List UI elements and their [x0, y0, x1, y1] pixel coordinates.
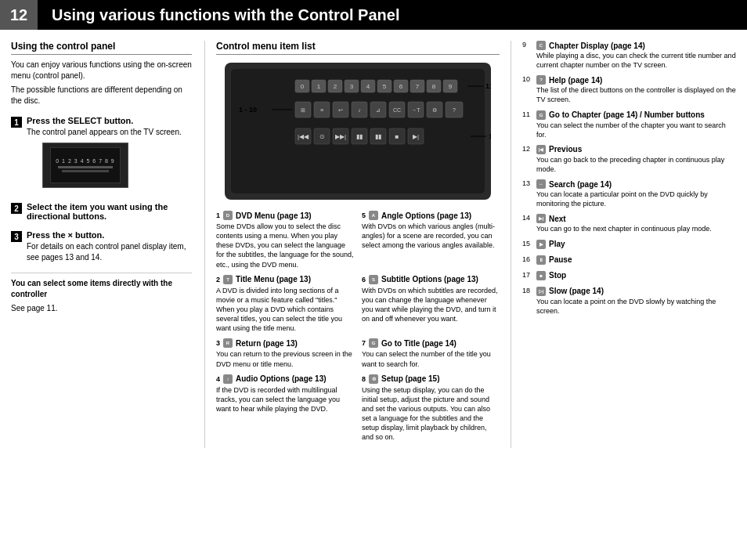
right-column: 9 C Chapter Display (page 14) While play…: [511, 41, 736, 448]
step-2-number: 2: [11, 203, 22, 214]
right-item-16: 16 ⏸ Pause: [522, 255, 736, 266]
right-content-17: ■ Stop: [536, 271, 566, 281]
item-3-num: 3: [216, 339, 220, 347]
right-desc-10: The list of the direct buttons on the co…: [536, 85, 736, 104]
step-3: 3 Press the × button. For details on eac…: [11, 230, 192, 265]
item-4-num: 4: [216, 375, 220, 383]
right-num-16: 16: [522, 255, 533, 263]
item-1-desc: Some DVDs allow you to select the disc c…: [216, 222, 354, 269]
tv-screen: 0 1 2 3 4 5 6 7 8 9: [50, 147, 121, 183]
items-grid: 1 D DVD Menu (page 13) Some DVDs allow y…: [216, 211, 500, 448]
note-body: See page 11.: [11, 303, 192, 314]
right-title-14: Next: [549, 215, 566, 223]
steps-list: 1 Press the SELECT button. The control p…: [11, 116, 192, 265]
angle-icon: A: [369, 211, 378, 220]
svg-text:9: 9: [449, 83, 453, 90]
right-num-12: 12: [522, 145, 533, 153]
search-icon: ↔: [536, 179, 546, 189]
item-1-title: DVD Menu (page 13): [236, 211, 312, 220]
item-2-title: Title Menu (page 13): [236, 275, 311, 284]
step-1-body: The control panel appears on the TV scre…: [27, 127, 192, 138]
right-content-18: ▷| Slow (page 14) You can locate a point…: [536, 287, 736, 316]
subtitle-icon: S: [369, 275, 378, 284]
step-3-number: 3: [11, 231, 22, 242]
tv-image: 0 1 2 3 4 5 6 7 8 9: [42, 143, 128, 188]
left-column: Using the control panel You can enjoy va…: [11, 41, 205, 448]
note-box: You can select some items directly with …: [11, 273, 192, 314]
dvd-icon: D: [223, 211, 233, 220]
right-item-10: 10 ? Help (page 14) The list of the dire…: [522, 75, 736, 104]
item-6-desc: With DVDs on which subtitles are recorde…: [362, 286, 500, 324]
item-8-num: 8: [362, 375, 366, 383]
audio-icon: ♪: [223, 374, 233, 384]
page-number: 12: [0, 0, 38, 30]
left-intro-2: The possible functions are different dep…: [11, 85, 192, 107]
item-1: 1 D DVD Menu (page 13) Some DVDs allow y…: [216, 211, 354, 269]
left-section-title: Using the control panel: [11, 41, 192, 55]
tv-bar-1: [58, 166, 113, 168]
right-desc-18: You can locate a point on the DVD slowly…: [536, 297, 736, 316]
right-header-11: G Go to Chapter (page 14) / Number butto…: [536, 110, 736, 120]
item-3-desc: You can return to the previous screen in…: [216, 349, 354, 368]
step-1-content: Press the SELECT button. The control pan…: [27, 116, 192, 194]
play-icon: ▶: [536, 240, 546, 249]
item-2: 2 T Title Menu (page 13) A DVD is divide…: [216, 275, 354, 334]
svg-text:⊞: ⊞: [301, 107, 305, 113]
svg-text:11: 11: [485, 82, 491, 90]
content-area: Using the control panel You can enjoy va…: [0, 30, 747, 456]
tv-text-numbers: 0 1 2 3 4 5 6 7 8 9: [56, 158, 114, 164]
left-intro-1: You can enjoy various functions using th…: [11, 60, 192, 81]
page-title: Using various functions with the Control…: [38, 0, 747, 30]
svg-text:⊿: ⊿: [376, 107, 381, 113]
stop-icon: ■: [536, 271, 546, 280]
right-content-11: G Go to Chapter (page 14) / Number butto…: [536, 110, 736, 139]
item-7-desc: You can select the number of the title y…: [362, 349, 500, 368]
right-header-17: ■ Stop: [536, 271, 566, 280]
right-content-14: ▶| Next You can go to the next chapter i…: [536, 214, 712, 233]
right-item-9: 9 C Chapter Display (page 14) While play…: [522, 41, 736, 70]
panel-diagram-wrapper: 0 1 2 3 4 5 6 7 8 9: [225, 63, 491, 200]
item-4-header: 4 ♪ Audio Options (page 13): [216, 374, 354, 384]
right-desc-14: You can go to the next chapter in contin…: [536, 224, 712, 233]
right-title-10: Help (page 14): [549, 76, 602, 85]
right-item-13: 13 ↔ Search (page 14) You can locate a p…: [522, 179, 736, 208]
right-content-15: ▶ Play: [536, 240, 565, 250]
svg-text:▮▮: ▮▮: [356, 133, 363, 140]
item-4-desc: If the DVD is recorded with multilingual…: [216, 385, 354, 414]
panel-diagram-svg: 0 1 2 3 4 5 6 7 8 9: [225, 63, 491, 200]
right-num-11: 11: [522, 110, 533, 118]
right-header-12: |◀ Previous: [536, 145, 736, 154]
item-8: 8 ⚙ Setup (page 15) Using the setup disp…: [362, 374, 500, 443]
item-6-header: 6 S Subtitle Options (page 13): [362, 275, 500, 284]
item-1-num: 1: [216, 211, 220, 219]
step-1-number: 1: [11, 117, 22, 128]
chapter-icon: C: [536, 41, 546, 50]
right-num-17: 17: [522, 271, 533, 279]
right-title-11: Go to Chapter (page 14) / Number buttons: [549, 110, 705, 119]
item-3: 3 R Return (page 13) You can return to t…: [216, 338, 354, 368]
setup-icon: ⚙: [369, 374, 378, 384]
right-header-16: ⏸ Pause: [536, 255, 572, 265]
right-num-15: 15: [522, 240, 533, 247]
tv-bar-2: [62, 170, 109, 172]
item-5-desc: With DVDs on which various angles (multi…: [362, 222, 500, 250]
item-7-header: 7 G Go to Title (page 14): [362, 338, 500, 348]
item-2-desc: A DVD is divided into long sections of a…: [216, 286, 354, 334]
step-3-content: Press the × button. For details on each …: [27, 230, 192, 265]
slow-icon: ▷|: [536, 287, 546, 296]
right-item-18: 18 ▷| Slow (page 14) You can locate a po…: [522, 287, 736, 316]
step-2-content: Select the item you want using the direc…: [27, 202, 192, 222]
right-desc-9: While playing a disc, you can check the …: [536, 51, 736, 70]
right-content-13: ↔ Search (page 14) You can locate a part…: [536, 179, 736, 208]
item-1-header: 1 D DVD Menu (page 13): [216, 211, 354, 220]
right-desc-11: You can select the number of the chapter…: [536, 121, 736, 139]
item-6-title: Subtitle Options (page 13): [381, 275, 478, 284]
item-4: 4 ♪ Audio Options (page 13) If the DVD i…: [216, 374, 354, 443]
control-menu-title: Control menu item list: [216, 41, 500, 55]
step-3-heading: Press the × button.: [27, 230, 192, 240]
right-item-11: 11 G Go to Chapter (page 14) / Number bu…: [522, 110, 736, 139]
next-icon: ▶|: [536, 214, 546, 223]
right-item-14: 14 ▶| Next You can go to the next chapte…: [522, 214, 736, 233]
right-item-12: 12 |◀ Previous You can go back to the pr…: [522, 145, 736, 174]
svg-text:≡: ≡: [320, 107, 323, 113]
